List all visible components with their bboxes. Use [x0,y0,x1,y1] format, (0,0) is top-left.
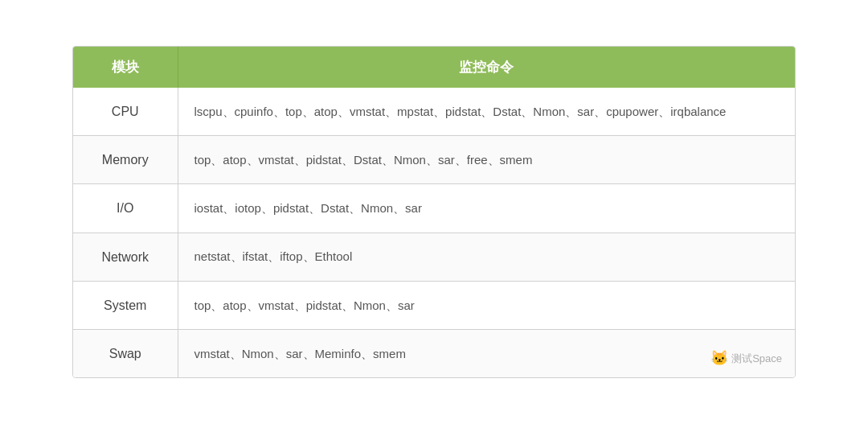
cell-module: CPU [73,88,178,136]
watermark-text: 测试Space [731,350,782,368]
cell-commands: vmstat、Nmon、sar、Meminfo、smem🐱测试Space [178,329,795,377]
cell-commands: top、atop、vmstat、pidstat、Dstat、Nmon、sar、f… [178,136,795,184]
watermark-icon: 🐱 [710,346,728,371]
table-row: Systemtop、atop、vmstat、pidstat、Nmon、sar [73,281,795,329]
cell-commands: top、atop、vmstat、pidstat、Nmon、sar [178,281,795,329]
header-commands: 监控命令 [178,47,795,88]
cell-commands: lscpu、cpuinfo、top、atop、vmstat、mpstat、pid… [178,88,795,136]
watermark: 🐱测试Space [710,346,782,371]
table-row: Memorytop、atop、vmstat、pidstat、Dstat、Nmon… [73,136,795,184]
table-header-row: 模块 监控命令 [73,47,795,88]
table-row: CPUlscpu、cpuinfo、top、atop、vmstat、mpstat、… [73,88,795,136]
monitoring-table: 模块 监控命令 CPUlscpu、cpuinfo、top、atop、vmstat… [73,47,795,377]
cell-module: Network [73,233,178,281]
table-row: Networknetstat、ifstat、iftop、Ethtool [73,233,795,281]
cell-module: Memory [73,136,178,184]
cell-commands: netstat、ifstat、iftop、Ethtool [178,233,795,281]
header-module: 模块 [73,47,178,88]
cell-module: Swap [73,329,178,377]
table-row: I/Oiostat、iotop、pidstat、Dstat、Nmon、sar [73,184,795,233]
table-row: Swapvmstat、Nmon、sar、Meminfo、smem🐱测试Space [73,329,795,377]
cell-commands: iostat、iotop、pidstat、Dstat、Nmon、sar [178,184,795,233]
cell-module: I/O [73,184,178,233]
main-table-container: 模块 监控命令 CPUlscpu、cpuinfo、top、atop、vmstat… [72,46,796,378]
cell-module: System [73,281,178,329]
